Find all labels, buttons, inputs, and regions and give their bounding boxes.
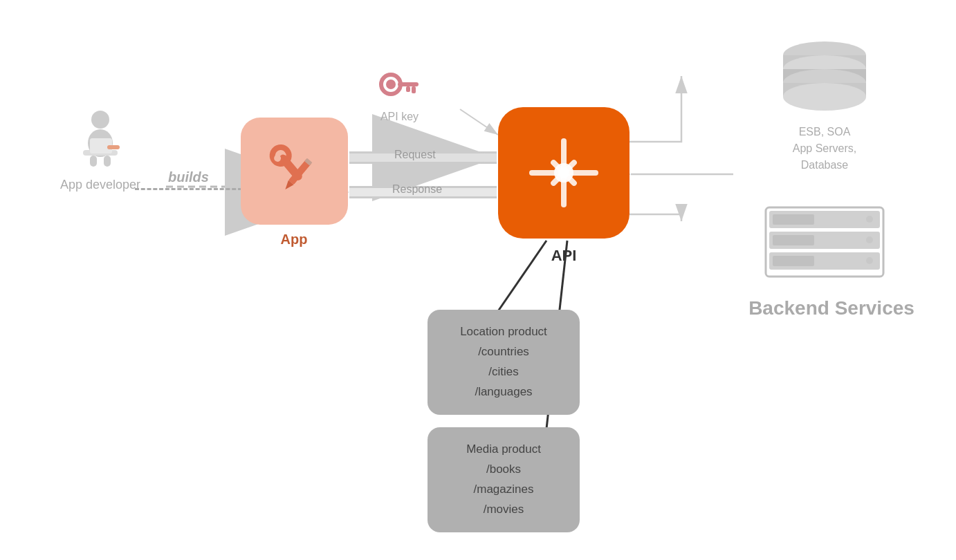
builds-container: builds xyxy=(135,169,242,190)
media-product-box: Media product /books /magazines /movies xyxy=(428,427,580,532)
svg-point-46 xyxy=(866,216,873,223)
svg-rect-51 xyxy=(773,256,814,266)
svg-rect-48 xyxy=(773,235,814,245)
app-label: App xyxy=(239,232,349,248)
tools-icon xyxy=(259,137,329,206)
location-product-text: Location product /countries /cities /lan… xyxy=(439,322,569,402)
response-label: Response xyxy=(392,183,442,196)
diagram-container: App developer builds xyxy=(0,0,956,560)
builds-dashes xyxy=(135,188,242,190)
app-icon-container: App xyxy=(239,118,349,248)
api-main-container: API xyxy=(495,107,633,265)
location-product-box: Location product /countries /cities /lan… xyxy=(428,310,580,415)
svg-rect-15 xyxy=(107,145,120,149)
media-product-text: Media product /books /magazines /movies xyxy=(439,440,569,520)
svg-rect-16 xyxy=(90,156,97,167)
api-key-container: API key xyxy=(377,69,422,123)
server-icon-container xyxy=(748,204,901,290)
svg-point-52 xyxy=(866,257,873,264)
database-icon xyxy=(769,35,880,118)
svg-point-11 xyxy=(91,111,109,129)
svg-rect-26 xyxy=(398,82,419,86)
esb-soa-label: ESB, SOA App Servers, Database xyxy=(748,124,901,174)
svg-rect-27 xyxy=(412,86,416,93)
request-label: Request xyxy=(394,149,436,161)
api-key-label: API key xyxy=(377,111,422,123)
api-label: API xyxy=(495,247,633,265)
svg-rect-17 xyxy=(104,156,111,167)
app-icon-box xyxy=(241,118,348,225)
database-icon-container: ESB, SOA App Servers, Database xyxy=(748,35,901,174)
svg-point-49 xyxy=(866,236,873,243)
builds-label: builds xyxy=(135,169,242,185)
server-icon xyxy=(762,204,887,287)
svg-line-10 xyxy=(460,109,498,135)
api-logo-icon xyxy=(519,128,609,218)
svg-point-25 xyxy=(386,80,396,89)
backend-services-label: Backend Services xyxy=(748,297,914,319)
svg-point-43 xyxy=(783,83,866,111)
svg-rect-45 xyxy=(773,214,814,225)
backend-services-label-container: Backend Services xyxy=(735,297,928,319)
api-icon-box xyxy=(498,107,629,239)
svg-rect-28 xyxy=(406,86,410,92)
key-icon xyxy=(377,69,422,104)
developer-icon xyxy=(69,107,131,169)
